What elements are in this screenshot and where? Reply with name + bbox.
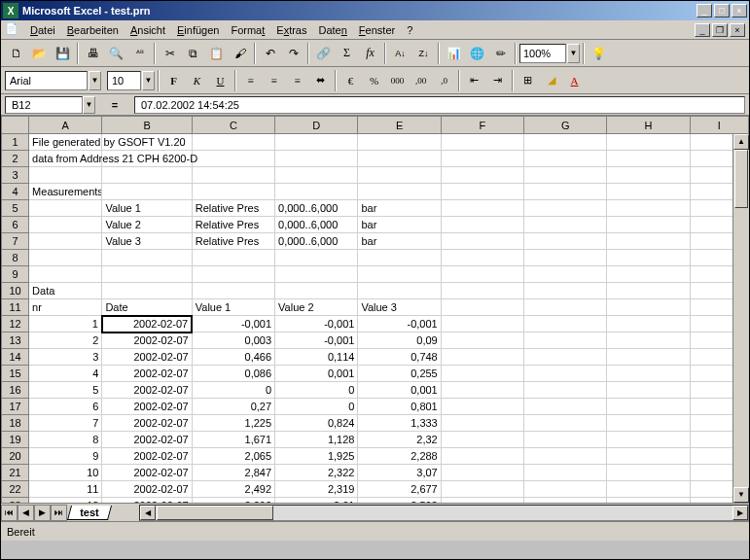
cell[interactable]	[607, 200, 690, 217]
cell[interactable]	[607, 151, 690, 167]
cell[interactable]	[192, 250, 274, 266]
scroll-down-icon[interactable]: ▼	[733, 487, 749, 503]
cell[interactable]	[102, 167, 192, 184]
row-header[interactable]: 14	[2, 349, 29, 366]
cell[interactable]: 2002-02-07	[102, 498, 192, 504]
font-input[interactable]: Arial	[5, 71, 88, 90]
merge-center-icon[interactable]: ⬌	[309, 70, 332, 91]
cell[interactable]	[192, 283, 274, 299]
cell[interactable]	[607, 233, 690, 250]
cell[interactable]	[192, 151, 274, 167]
cell[interactable]	[607, 250, 690, 266]
chart-icon[interactable]: 📊	[443, 43, 465, 64]
cell[interactable]: -0,001	[358, 316, 441, 332]
zoom-dropdown[interactable]: ▼	[567, 44, 580, 63]
cell[interactable]	[524, 332, 607, 349]
cell[interactable]: Value 1	[192, 299, 274, 316]
column-header-F[interactable]: F	[441, 117, 523, 134]
cell[interactable]	[441, 399, 523, 415]
row-header[interactable]: 6	[2, 217, 29, 233]
cell[interactable]: -0,001	[192, 316, 274, 332]
cell[interactable]: Relative Pres	[192, 200, 274, 217]
cell[interactable]: 3,592	[358, 498, 441, 504]
cell[interactable]	[275, 151, 358, 167]
cell[interactable]: 1,925	[275, 448, 358, 465]
cell[interactable]: 2,319	[275, 481, 358, 498]
cell[interactable]	[441, 233, 523, 250]
cell[interactable]	[358, 250, 441, 266]
cell[interactable]	[607, 382, 690, 399]
drawing-icon[interactable]: ✏	[489, 43, 512, 64]
cell[interactable]: 4	[29, 366, 102, 382]
align-right-icon[interactable]: ≡	[286, 70, 308, 91]
cell[interactable]	[607, 432, 690, 448]
tab-next-icon[interactable]: ▶	[34, 505, 51, 521]
map-icon[interactable]: 🌐	[466, 43, 488, 64]
cell[interactable]: 5	[29, 382, 102, 399]
cell[interactable]	[441, 316, 523, 332]
cell[interactable]	[441, 415, 523, 432]
row-header[interactable]: 10	[2, 283, 29, 299]
borders-icon[interactable]: ⊞	[517, 70, 539, 91]
align-left-icon[interactable]: ≡	[239, 70, 262, 91]
cell[interactable]	[524, 465, 607, 481]
cell[interactable]: Value 3	[102, 233, 192, 250]
cell[interactable]: Value 2	[102, 217, 192, 233]
mdi-close-button[interactable]: ×	[730, 23, 745, 37]
print-icon[interactable]: 🖶	[82, 43, 104, 64]
cell[interactable]	[102, 250, 192, 266]
cell[interactable]: 0,001	[275, 366, 358, 382]
print-preview-icon[interactable]: 🔍	[105, 43, 127, 64]
cell[interactable]	[358, 134, 441, 151]
underline-button[interactable]: U	[209, 70, 232, 91]
cell[interactable]: Data	[29, 283, 102, 299]
cell[interactable]: 2,677	[358, 481, 441, 498]
cell[interactable]	[607, 481, 690, 498]
menu-einfuegen[interactable]: Einfügen	[171, 22, 225, 38]
cell[interactable]	[29, 167, 102, 184]
cell[interactable]: 2,32	[358, 432, 441, 448]
cell[interactable]: -0,001	[275, 316, 358, 332]
cell[interactable]	[524, 151, 607, 167]
cell[interactable]	[607, 283, 690, 299]
format-painter-icon[interactable]: 🖌	[229, 43, 251, 64]
row-header[interactable]: 3	[2, 167, 29, 184]
cell[interactable]: 2002-02-07	[102, 332, 192, 349]
cell[interactable]	[441, 266, 523, 283]
cell[interactable]	[275, 266, 358, 283]
cell[interactable]	[524, 217, 607, 233]
cell[interactable]: 2002-02-07	[102, 349, 192, 366]
align-center-icon[interactable]: ≡	[263, 70, 285, 91]
cell[interactable]	[524, 382, 607, 399]
cell[interactable]: 3	[29, 349, 102, 366]
cell[interactable]	[441, 382, 523, 399]
cell[interactable]: 2002-02-07	[102, 399, 192, 415]
cell[interactable]: 1,128	[275, 432, 358, 448]
row-header[interactable]: 8	[2, 250, 29, 266]
row-header[interactable]: 16	[2, 382, 29, 399]
cell[interactable]	[358, 151, 441, 167]
cell[interactable]: 3,07	[358, 465, 441, 481]
cell[interactable]: data from Address 21 CPH 6200-D	[29, 151, 102, 167]
cell[interactable]	[441, 134, 523, 151]
cell[interactable]	[524, 184, 607, 200]
cell[interactable]	[441, 151, 523, 167]
cell[interactable]	[524, 399, 607, 415]
name-box-dropdown[interactable]: ▼	[83, 96, 95, 114]
cell[interactable]: 0,000..6,000	[275, 217, 358, 233]
row-header[interactable]: 22	[2, 481, 29, 498]
cell[interactable]	[441, 432, 523, 448]
row-header[interactable]: 9	[2, 266, 29, 283]
column-header-D[interactable]: D	[275, 117, 358, 134]
vertical-scrollbar[interactable]: ▲ ▼	[732, 134, 749, 503]
column-header-C[interactable]: C	[192, 117, 274, 134]
cell[interactable]: 0,086	[192, 366, 274, 382]
sort-desc-icon[interactable]: Z↓	[412, 43, 435, 64]
menu-format[interactable]: Format	[225, 22, 270, 38]
cell[interactable]	[29, 200, 102, 217]
cell[interactable]: Value 2	[275, 299, 358, 316]
worksheet-grid[interactable]: ABCDEFGHI 1File generated by GSOFT V1.20…	[1, 116, 749, 503]
increase-decimal-icon[interactable]: ,00	[410, 70, 432, 91]
menu-fenster[interactable]: Fenster	[353, 22, 401, 38]
cell[interactable]	[441, 299, 523, 316]
